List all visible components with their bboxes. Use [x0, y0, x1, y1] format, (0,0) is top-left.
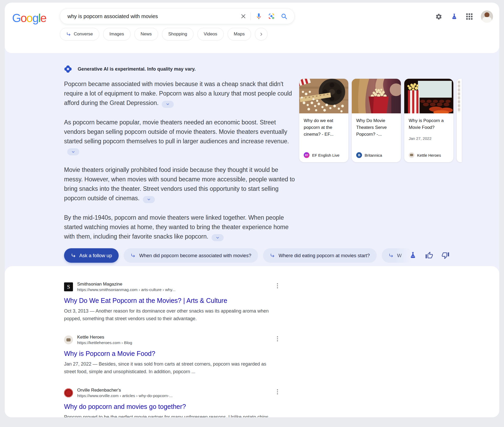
apps-grid-icon[interactable]	[466, 13, 472, 20]
expand-sources-button[interactable]	[67, 148, 79, 155]
tab-maps[interactable]: Maps	[228, 28, 251, 40]
source-card-kettle-heroes[interactable]: Why is Popcorn a Movie Food? Jan 27, 202…	[404, 79, 453, 162]
turn-arrow-icon	[66, 32, 71, 37]
source-attribution: EF EF English Live	[304, 152, 344, 158]
tab-label: Maps	[234, 31, 245, 37]
google-logo[interactable]: Google	[12, 12, 46, 25]
header: Google	[5, 3, 499, 53]
ai-paragraph: As popcorn became popular, movie theater…	[64, 118, 296, 156]
more-options-icon[interactable]	[274, 335, 281, 342]
generative-ai-sparkle-icon	[64, 65, 72, 73]
tab-label: Converse	[74, 31, 93, 37]
source-attribution: B Britannica	[356, 152, 396, 158]
ask-follow-up-button[interactable]: Ask a follow up	[64, 248, 119, 263]
ai-paragraph-text: Movie theaters originally prohibited foo…	[64, 166, 295, 202]
ai-feedback-controls	[409, 251, 449, 259]
organic-results-section: S Smithsonian Magazine https://www.smith…	[5, 266, 499, 417]
search-tabs: Converse Images News Shopping Videos Map…	[60, 28, 267, 40]
source-card-title: Why Do Movie Theaters Serve Popcorn? -..…	[356, 117, 396, 138]
lens-icon[interactable]	[268, 13, 275, 20]
thumbs-down-icon[interactable]	[442, 251, 449, 259]
result-breadcrumb: https://www.smithsonianmag.com › arts-cu…	[77, 287, 175, 292]
more-options-icon[interactable]	[274, 282, 281, 289]
expand-sources-button[interactable]	[143, 196, 155, 203]
tab-shopping[interactable]: Shopping	[162, 28, 193, 40]
result-site-name: Kettle Heroes	[77, 334, 132, 340]
tab-images[interactable]: Images	[103, 28, 130, 40]
labs-flask-icon[interactable]	[451, 13, 458, 20]
turn-arrow-icon	[270, 253, 275, 258]
tab-label: News	[141, 31, 152, 37]
result-title-link[interactable]: Why is Popcorn a Movie Food?	[64, 349, 155, 358]
tab-converse[interactable]: Converse	[60, 28, 99, 40]
ef-english-live-favicon: EF	[304, 152, 309, 158]
result-breadcrumb: https://kettleheroes.com › Blog	[77, 340, 132, 345]
tabs-overflow-button[interactable]	[255, 28, 267, 40]
kettle-heroes-favicon	[409, 152, 414, 158]
logo-letter: G	[12, 12, 20, 25]
mic-icon[interactable]	[255, 13, 262, 20]
source-card-ef[interactable]: Why do we eat popcorn at the cinema? - E…	[299, 79, 348, 162]
source-card-title: Why is Popcorn a Movie Food?	[409, 117, 449, 131]
tab-label: Shopping	[168, 31, 187, 37]
labs-flask-icon[interactable]	[409, 251, 417, 259]
ai-disclaimer: Generative AI is experimental. Info qual…	[64, 65, 196, 73]
tab-news[interactable]: News	[134, 28, 158, 40]
ai-paragraph-text: As popcorn became popular, movie theater…	[64, 119, 289, 145]
search-result: Orville Redenbacher's https://www.orvill…	[64, 387, 282, 417]
search-icon[interactable]	[281, 13, 287, 20]
follow-up-chip-label: When did popcorn become associated with …	[139, 253, 251, 259]
partial-source-card[interactable]	[457, 79, 462, 162]
result-source-header[interactable]: Kettle Heroes https://kettleheroes.com ›…	[64, 334, 282, 345]
tab-videos[interactable]: Videos	[197, 28, 224, 40]
search-bar[interactable]	[60, 8, 295, 24]
ai-paragraph-text: By the mid-1940s, popcorn and movie thea…	[64, 214, 288, 240]
header-actions	[435, 10, 493, 23]
search-input[interactable]	[60, 13, 240, 19]
ai-paragraph: Popcorn became associated with movies be…	[64, 79, 296, 108]
result-site-name: Orville Redenbacher's	[77, 387, 173, 393]
cinema-screen-thumbnail	[404, 79, 453, 113]
follow-up-chip-label: W	[397, 253, 402, 259]
expand-sources-button[interactable]	[212, 234, 224, 241]
logo-letter: e	[40, 12, 46, 25]
expand-sources-button[interactable]	[162, 101, 174, 108]
logo-letter: l	[38, 12, 40, 25]
result-title-link[interactable]: Why Do We Eat Popcorn at the Movies? | A…	[64, 296, 227, 305]
avatar[interactable]	[481, 10, 493, 23]
source-name: Kettle Heroes	[417, 153, 441, 157]
result-source-header[interactable]: S Smithsonian Magazine https://www.smith…	[64, 281, 282, 292]
source-card-body: Why is Popcorn a Movie Food? Jan 27, 202…	[404, 113, 453, 162]
britannica-favicon: B	[356, 152, 362, 158]
search-result: S Smithsonian Magazine https://www.smith…	[64, 281, 282, 323]
clear-icon[interactable]	[240, 13, 247, 20]
result-snippet: Oct 3, 2013 — Another reason for its dom…	[64, 307, 271, 323]
result-title-link[interactable]: Why do popcorn and movies go together?	[64, 402, 186, 411]
kettle-heroes-favicon	[64, 335, 73, 344]
source-name: Britannica	[365, 153, 382, 157]
follow-up-chip[interactable]: Where did eating popcorn at movies start…	[263, 248, 377, 263]
follow-up-chip-label: Where did eating popcorn at movies start…	[279, 253, 370, 259]
source-card-date: Jan 27, 2022	[409, 136, 449, 141]
smithsonian-favicon: S	[64, 282, 73, 291]
thumbs-up-icon[interactable]	[425, 251, 433, 259]
result-source-header[interactable]: Orville Redenbacher's https://www.orvill…	[64, 387, 282, 398]
settings-gear-icon[interactable]	[435, 13, 442, 20]
ai-paragraph: Movie theaters originally prohibited foo…	[64, 165, 296, 203]
turn-arrow-icon	[388, 253, 394, 258]
popcorn-film-reel-thumbnail	[299, 79, 348, 113]
source-card-title: Why do we eat popcorn at the cinema? - E…	[304, 117, 344, 138]
more-options-icon[interactable]	[274, 388, 281, 395]
source-card-britannica[interactable]: Why Do Movie Theaters Serve Popcorn? -..…	[352, 79, 401, 162]
chevron-right-icon	[259, 32, 264, 37]
search-result: Kettle Heroes https://kettleheroes.com ›…	[64, 334, 282, 376]
source-card-body: Why Do Movie Theaters Serve Popcorn? -..…	[352, 113, 401, 162]
search-results-page: Google	[5, 3, 499, 417]
orville-redenbachers-favicon	[64, 388, 73, 397]
source-name: EF English Live	[312, 153, 339, 157]
ai-answer: Popcorn became associated with movies be…	[64, 79, 296, 251]
tab-label: Videos	[204, 31, 217, 37]
follow-up-chip[interactable]: When did popcorn become associated with …	[124, 248, 258, 263]
ai-paragraph-text: Popcorn became associated with movies be…	[64, 81, 292, 106]
ai-paragraph: By the mid-1940s, popcorn and movie thea…	[64, 213, 296, 241]
